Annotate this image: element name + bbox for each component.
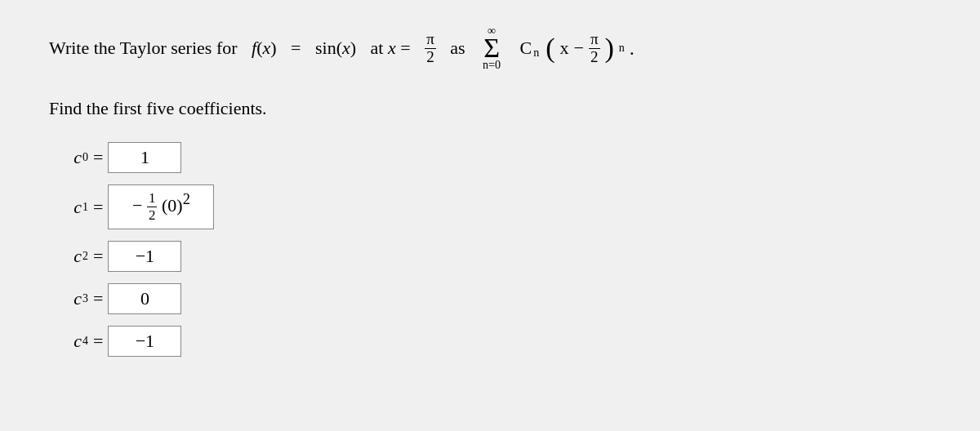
coeff-row-c1: c1 = − 1 2 (0)2 [49,184,931,229]
c4-equals: = [93,331,103,352]
c3-label: c3 [49,288,88,309]
c2-sub: 2 [82,250,88,263]
sin: sin(x) [315,38,356,59]
pi-fraction: π 2 [425,31,436,66]
c1-frac-num: 1 [147,190,158,207]
pi-denominator: 2 [425,49,436,66]
write-text: Write the Taylor series for [49,38,238,59]
x-letter: x [560,38,569,59]
c1-box[interactable]: − 1 2 (0)2 [108,184,214,229]
minus-sign: − [574,38,584,59]
c3-value: 0 [140,288,149,309]
c4-value: −1 [136,331,154,352]
sigma-block: ∞ Σ n=0 [483,24,501,72]
c1-frac-den: 2 [147,207,158,224]
cn-expr: Cn [520,38,540,59]
equals: = [291,38,301,59]
cn-subscript: n [533,47,539,59]
c4-box[interactable]: −1 [108,326,181,357]
as-text: as [450,38,465,59]
coeff-row-c4: c4 = −1 [49,326,931,357]
c1-label: c1 [49,197,88,218]
c0-equals: = [93,147,103,168]
coeff-row-c3: c3 = 0 [49,283,931,314]
c3-sub: 3 [82,292,88,305]
pi-numerator: π [425,31,436,49]
cn-letter: C [520,38,532,59]
sigma-sub: n=0 [483,59,501,72]
pi2-numerator: π [589,31,600,49]
c1-equals: = [93,197,103,218]
pi2-denominator: 2 [589,49,600,66]
period: . [630,38,635,60]
problem-statement: Write the Taylor series for f(x) = sin(x… [49,24,931,72]
c3-box[interactable]: 0 [108,283,181,314]
c0-box[interactable]: 1 [108,142,181,173]
c2-box[interactable]: −1 [108,241,181,272]
coeff-row-c0: c0 = 1 [49,142,931,173]
c1-value: − 1 2 (0)2 [132,190,190,224]
find-text: Find the first five coefficients. [49,98,267,118]
fx: f(x) [252,38,277,59]
sigma-char: Σ [483,34,500,62]
c2-equals: = [93,246,103,267]
c3-equals: = [93,288,103,309]
c1-sub: 1 [82,201,88,214]
c2-label: c2 [49,246,88,267]
c0-label: c0 [49,147,88,168]
c4-sub: 4 [82,335,88,348]
page: Write the Taylor series for f(x) = sin(x… [0,0,980,431]
c0-value: 1 [140,147,149,168]
coefficients-list: c0 = 1 c1 = − 1 2 (0)2 [49,142,931,357]
power-n: n [619,42,625,54]
at-text: at x = [371,38,411,59]
find-coefficients: Find the first five coefficients. [49,98,931,119]
open-paren: ( [546,34,555,62]
coeff-row-c2: c2 = −1 [49,241,931,272]
c2-value: −1 [136,246,154,267]
pi-fraction-2: π 2 [589,31,600,66]
c4-label: c4 [49,331,88,352]
close-paren: ) [605,34,614,62]
c0-sub: 0 [82,151,88,164]
